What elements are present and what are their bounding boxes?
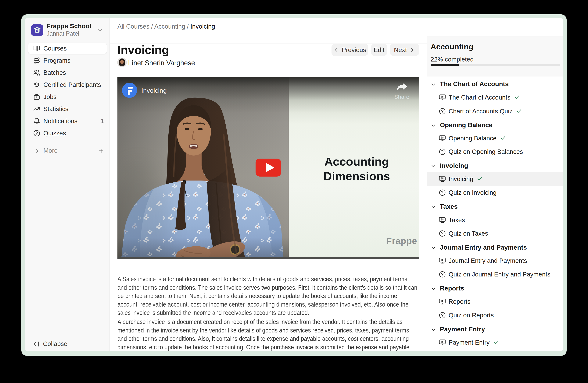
svg-text:Share: Share: [394, 94, 409, 100]
svg-text:Dimensions: Dimensions: [323, 170, 390, 183]
svg-text:Frappe: Frappe: [386, 236, 417, 246]
svg-text:Accounting: Accounting: [324, 155, 389, 168]
svg-text:Invoicing: Invoicing: [141, 87, 167, 94]
